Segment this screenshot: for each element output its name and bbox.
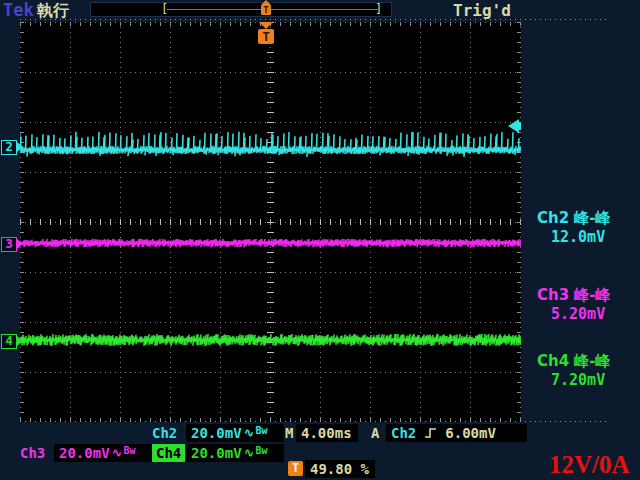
- measurement-ch3-value: 5.20mV: [537, 305, 611, 323]
- waveform-traces: [20, 132, 521, 346]
- measurement-ch4-label: Ch4 峰-峰: [537, 352, 611, 371]
- ac-coupling-icon: ∿: [244, 444, 255, 462]
- bandwidth-limit-icon: Bw: [255, 444, 267, 458]
- ac-coupling-icon: ∿: [244, 424, 255, 442]
- bandwidth-limit-icon: Bw: [123, 444, 135, 458]
- channel-4-arrow-icon: [17, 336, 23, 346]
- channel-3-arrow-icon: [17, 239, 23, 249]
- ch3-readout-label: Ch3: [20, 444, 45, 462]
- ch3-scale-readout: 20.0mV∿Bw: [54, 444, 152, 462]
- ch2-scale-value: 20.0mV: [191, 424, 242, 442]
- trigger-mode: A: [371, 424, 379, 442]
- psu-overlay-label: 12V/0A: [549, 451, 630, 479]
- ac-coupling-icon: ∿: [112, 444, 123, 462]
- record-trigger-marker: T: [258, 0, 274, 16]
- channel-3-number: 3: [1, 237, 17, 252]
- channel-4-marker: 4: [1, 333, 23, 349]
- horizontal-position-value: 49.80 %: [310, 460, 369, 478]
- trace-ch4: [20, 334, 521, 346]
- horizontal-trigger-icon: T: [288, 461, 303, 476]
- timebase-prefix: M: [285, 424, 293, 442]
- oscilloscope-screen: Tek 執行 [ ] T Trig'd T 2 3 4: [0, 0, 640, 480]
- ch2-readout-label: Ch2: [152, 424, 177, 442]
- channel-3-marker: 3: [1, 236, 23, 252]
- tek-logo: Tek: [3, 0, 34, 20]
- measurement-ch2-label: Ch2 峰-峰: [537, 209, 611, 228]
- top-rule: [20, 19, 610, 20]
- record-window-left-bracket: [: [161, 2, 168, 16]
- bottom-rule: [20, 421, 610, 422]
- trace-ch3: [20, 239, 521, 247]
- measurement-ch3: Ch3 峰-峰 5.20mV: [537, 286, 611, 323]
- measurement-ch2: Ch2 峰-峰 12.0mV: [537, 209, 611, 246]
- measurement-ch2-value: 12.0mV: [537, 228, 611, 246]
- rising-edge-icon: [424, 426, 437, 440]
- grid-lines: [20, 22, 521, 422]
- timebase-readout: 4.00ms: [296, 424, 358, 442]
- ch4-scale-readout: 20.0mV∿Bw: [186, 444, 284, 462]
- trigger-level: 6.00mV: [445, 424, 496, 442]
- trace-ch2: [20, 132, 521, 157]
- channel-2-marker: 2: [1, 139, 23, 155]
- trigger-readout: Ch2 6.00mV: [386, 424, 527, 442]
- ch2-scale-readout: 20.0mV∿Bw: [186, 424, 284, 442]
- record-view-bar: [ ]: [90, 2, 392, 17]
- ch4-scale-value: 20.0mV: [191, 444, 242, 462]
- trigger-level-arrow: [508, 119, 521, 133]
- measurement-ch4-value: 7.20mV: [537, 371, 611, 389]
- ch3-scale-value: 20.0mV: [59, 444, 110, 462]
- measurement-ch3-label: Ch3 峰-峰: [537, 286, 611, 305]
- trigger-source: Ch2: [391, 424, 416, 442]
- horizontal-position-readout: 49.80 %: [305, 460, 375, 478]
- graticule: T: [20, 22, 521, 422]
- record-trigger-letter: T: [263, 5, 269, 15]
- measurement-ch4: Ch4 峰-峰 7.20mV: [537, 352, 611, 389]
- timebase-value: 4.00ms: [301, 424, 352, 442]
- bandwidth-limit-icon: Bw: [255, 424, 267, 438]
- channel-4-number: 4: [1, 334, 17, 349]
- channel-2-number: 2: [1, 140, 17, 155]
- trigger-position-letter: T: [262, 30, 269, 44]
- trigger-status: Trig'd: [453, 1, 511, 20]
- record-window-right-bracket: ]: [375, 2, 382, 16]
- channel-2-arrow-icon: [17, 142, 23, 152]
- ch4-readout-label: Ch4: [152, 444, 185, 462]
